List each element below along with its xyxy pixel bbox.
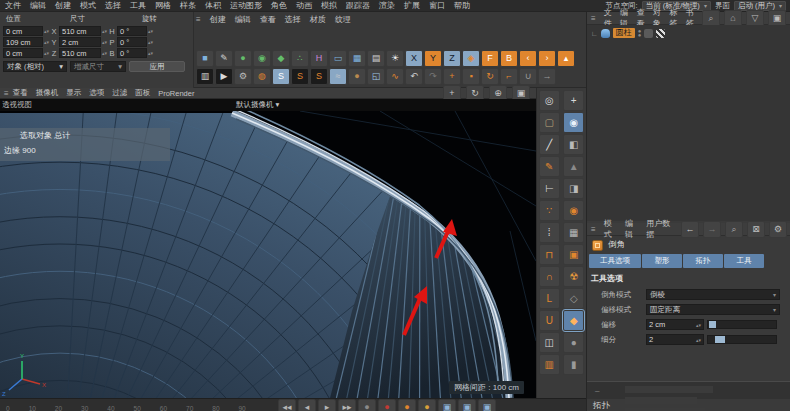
subdivision-field[interactable]: 2▴▾: [646, 334, 704, 345]
redo-icon[interactable]: ↷: [424, 68, 442, 85]
radioactive-icon[interactable]: ☢: [563, 266, 584, 287]
blue-toggle3-icon[interactable]: ▣: [478, 399, 496, 411]
menu-item[interactable]: 40: [107, 405, 114, 411]
bevel-tool-icon[interactable]: ◆: [563, 310, 584, 331]
add-icon[interactable]: +: [443, 68, 461, 85]
axis-z-lock-icon[interactable]: Z: [443, 50, 461, 67]
menu-item[interactable]: 70: [186, 405, 193, 411]
menu-item[interactable]: ProRender: [158, 89, 194, 98]
menu-item[interactable]: 文件: [5, 0, 21, 11]
menu-item[interactable]: 选项: [89, 88, 104, 98]
chest-icon[interactable]: ▣: [563, 244, 584, 265]
menu-item[interactable]: 过滤: [112, 88, 127, 98]
size-x-field[interactable]: 510 cm: [59, 26, 101, 36]
menu-item[interactable]: 30: [81, 405, 88, 411]
lock-icon[interactable]: ⊠: [747, 221, 765, 238]
arrow-icon[interactable]: →: [538, 68, 556, 85]
object-row-cylinder[interactable]: ∟ 圆柱 ●●: [587, 25, 790, 38]
autokey-icon[interactable]: ●: [418, 399, 436, 411]
blue-toggle1-icon[interactable]: ▣: [438, 399, 456, 411]
cylinder-tool-icon[interactable]: ▮: [563, 354, 584, 375]
light-icon[interactable]: ☀: [386, 50, 404, 67]
menu-item[interactable]: 窗口: [429, 0, 445, 11]
menu-item[interactable]: 编辑: [625, 218, 638, 240]
menu-item[interactable]: 工具: [130, 0, 146, 11]
search-icon[interactable]: ⌕: [725, 221, 743, 238]
menu-item[interactable]: 跟踪器: [346, 0, 370, 11]
layout-icon[interactable]: ▣: [768, 10, 786, 27]
visibility-dots[interactable]: ●●: [638, 29, 642, 37]
cone-tool-icon[interactable]: ▲: [563, 156, 584, 177]
cube-s-icon[interactable]: S: [310, 68, 328, 85]
axis-y-lock-icon[interactable]: Y: [424, 50, 442, 67]
apply-button[interactable]: 应用: [129, 61, 185, 72]
matrix-icon[interactable]: ▦: [348, 50, 366, 67]
next-icon[interactable]: ›: [538, 50, 556, 67]
globe-icon[interactable]: ◉: [563, 112, 584, 133]
menu-item[interactable]: 0: [6, 405, 10, 411]
sphere-tool-icon[interactable]: ●: [563, 332, 584, 353]
render-view-icon[interactable]: ▥: [196, 68, 214, 85]
viewport-tab-perspective[interactable]: 透视视图: [2, 100, 32, 110]
menu-item[interactable]: 渲染: [379, 0, 395, 11]
coord-system-icon[interactable]: ◈: [462, 50, 480, 67]
mirror-tool-icon[interactable]: ◫: [539, 332, 560, 353]
menu-item[interactable]: 角色: [271, 0, 287, 11]
texture-ball-icon[interactable]: ◍: [253, 68, 271, 85]
capsule-icon[interactable]: ▭: [329, 50, 347, 67]
bottom-panel-label[interactable]: 拓扑: [593, 400, 610, 411]
render-queue-icon[interactable]: ▶: [215, 68, 233, 85]
tab-topology[interactable]: 拓扑: [683, 254, 723, 268]
sds-icon[interactable]: S: [272, 68, 290, 85]
menu-item[interactable]: 模拟: [321, 0, 337, 11]
forward-icon[interactable]: →: [703, 221, 721, 238]
measure-icon[interactable]: ⊢: [539, 178, 560, 199]
floor-icon[interactable]: ◱: [367, 68, 385, 85]
menu-item[interactable]: 帮助: [454, 0, 470, 11]
object-mode-select[interactable]: 对象 (相对)▾: [3, 61, 67, 72]
workplane-icon[interactable]: ⌐: [500, 68, 518, 85]
menu-item[interactable]: 材质: [310, 14, 326, 25]
record-dot-icon[interactable]: ●: [358, 399, 376, 411]
magnet-icon[interactable]: ∪: [519, 68, 537, 85]
axis-x-lock-icon[interactable]: X: [405, 50, 423, 67]
menu-item[interactable]: 选择: [105, 0, 121, 11]
corner-tool-icon[interactable]: L: [539, 288, 560, 309]
phong-tag-icon[interactable]: [644, 29, 653, 38]
scatter-icon[interactable]: ∵: [539, 200, 560, 221]
pos-x-field[interactable]: 0 cm: [3, 26, 43, 36]
burger-icon[interactable]: ≡: [196, 15, 201, 24]
menu-item[interactable]: 创建: [210, 14, 226, 25]
array-icon[interactable]: ∴: [291, 50, 309, 67]
hexagon-icon[interactable]: ◇: [563, 288, 584, 309]
cluster-icon[interactable]: H: [310, 50, 328, 67]
stamp-icon[interactable]: ◉: [563, 200, 584, 221]
filter-icon[interactable]: ▽: [746, 10, 764, 27]
keyframe-orange-icon[interactable]: ●: [398, 399, 416, 411]
camera-label[interactable]: 默认摄像机 ▾: [236, 100, 279, 110]
pen-tool-icon[interactable]: ╱: [539, 134, 560, 155]
clay-icon[interactable]: ●: [348, 68, 366, 85]
cube-icon[interactable]: ■: [196, 50, 214, 67]
keyframe-red-icon[interactable]: ●: [378, 399, 396, 411]
expand-icon[interactable]: ∟: [591, 30, 598, 37]
subdivision-surface-icon[interactable]: ◉: [253, 50, 271, 67]
tab-tool-options[interactable]: 工具选项: [589, 254, 641, 268]
brush-icon[interactable]: ✎: [539, 156, 560, 177]
path-icon[interactable]: ⌂: [724, 10, 742, 27]
move-icon[interactable]: +: [563, 90, 584, 111]
sketch-icon[interactable]: ∿: [386, 68, 404, 85]
menu-item[interactable]: 10: [29, 405, 36, 411]
bridge-tool-icon[interactable]: ⊓: [539, 244, 560, 265]
offset-slider[interactable]: [707, 320, 777, 329]
offset-mode-select[interactable]: 固定距离▾: [646, 304, 780, 315]
tab-shaping[interactable]: 塑形: [642, 254, 682, 268]
pos-z-field[interactable]: 0 cm: [3, 48, 43, 58]
spline-pen-icon[interactable]: ✎: [215, 50, 233, 67]
symmetry-icon[interactable]: ◆: [272, 50, 290, 67]
object-name[interactable]: 圆柱: [613, 28, 635, 38]
sphere-s-icon[interactable]: S: [291, 68, 309, 85]
menu-item[interactable]: 模式: [604, 218, 617, 240]
menu-item[interactable]: 编辑: [30, 0, 46, 11]
up-icon[interactable]: ▴: [557, 50, 575, 67]
